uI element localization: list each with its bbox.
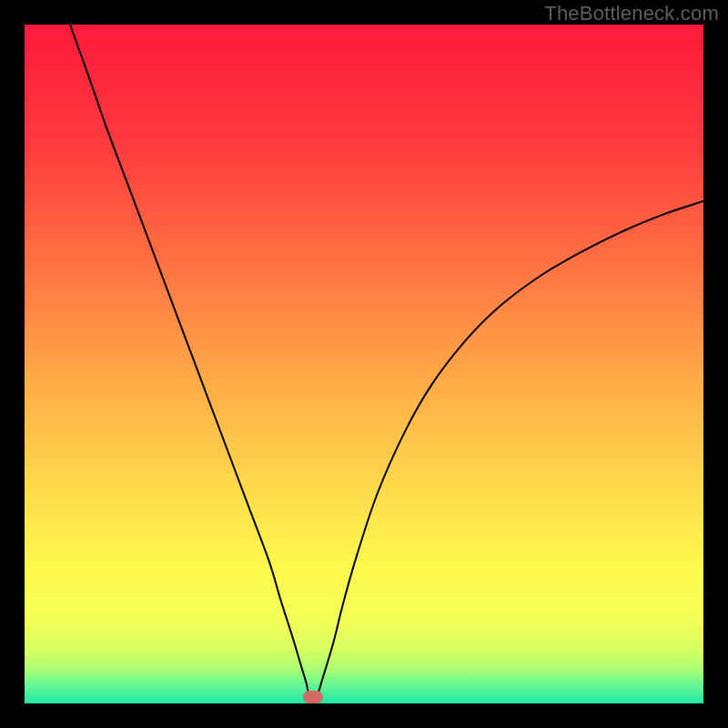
- gradient-background: [25, 25, 703, 703]
- chart-svg: [25, 25, 703, 703]
- plot-area: [25, 25, 703, 703]
- optimal-marker: [303, 691, 323, 703]
- chart-frame: TheBottleneck.com: [0, 0, 728, 728]
- watermark-text: TheBottleneck.com: [544, 2, 719, 25]
